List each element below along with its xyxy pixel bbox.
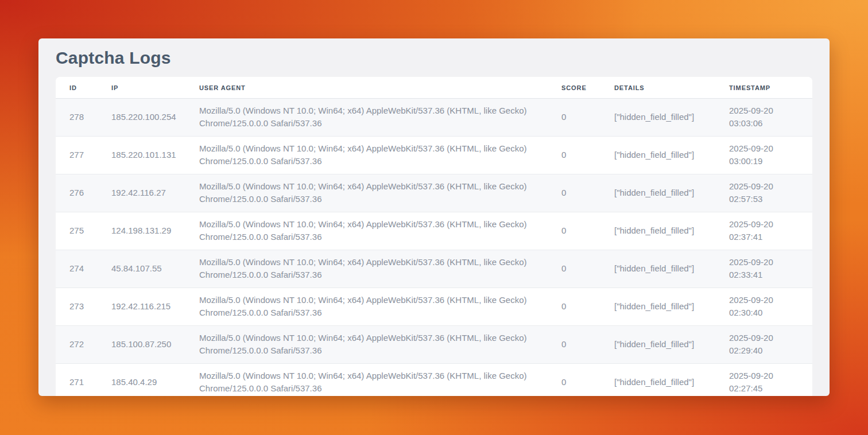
cell-score: 0 — [561, 364, 614, 397]
cell-timestamp: 2025-09-20 02:33:41 — [729, 250, 812, 288]
table-row: 277 185.220.101.131 Mozilla/5.0 (Windows… — [56, 137, 812, 174]
table-row: 276 192.42.116.27 Mozilla/5.0 (Windows N… — [56, 174, 812, 212]
cell-ip: 185.220.101.131 — [111, 137, 199, 174]
captcha-logs-panel: Captcha Logs ID IP USER AGENT SCORE DETA… — [38, 38, 830, 396]
cell-ip: 124.198.131.29 — [111, 212, 199, 250]
cell-id: 276 — [56, 174, 111, 212]
cell-details: ["hidden_field_filled"] — [614, 137, 729, 174]
cell-ip: 185.220.100.254 — [111, 99, 199, 137]
cell-timestamp: 2025-09-20 02:30:40 — [729, 288, 812, 326]
cell-ip: 185.40.4.29 — [111, 364, 199, 397]
cell-id: 273 — [56, 288, 111, 326]
cell-score: 0 — [561, 137, 614, 174]
cell-id: 272 — [56, 326, 111, 364]
cell-details: ["hidden_field_filled"] — [614, 364, 729, 397]
cell-user-agent: Mozilla/5.0 (Windows NT 10.0; Win64; x64… — [199, 212, 561, 250]
cell-user-agent: Mozilla/5.0 (Windows NT 10.0; Win64; x64… — [199, 99, 561, 137]
column-header-score: SCORE — [561, 77, 614, 99]
cell-details: ["hidden_field_filled"] — [614, 326, 729, 364]
cell-ip: 192.42.116.215 — [111, 288, 199, 326]
cell-id: 271 — [56, 364, 111, 397]
cell-score: 0 — [561, 174, 614, 212]
cell-ip: 45.84.107.55 — [111, 250, 199, 288]
table-row: 275 124.198.131.29 Mozilla/5.0 (Windows … — [56, 212, 812, 250]
cell-timestamp: 2025-09-20 02:57:53 — [729, 174, 812, 212]
column-header-timestamp: TIMESTAMP — [729, 77, 812, 99]
cell-timestamp: 2025-09-20 03:03:06 — [729, 99, 812, 137]
cell-score: 0 — [561, 212, 614, 250]
table-body: 278 185.220.100.254 Mozilla/5.0 (Windows… — [56, 99, 812, 397]
column-header-details: DETAILS — [614, 77, 729, 99]
table-row: 273 192.42.116.215 Mozilla/5.0 (Windows … — [56, 288, 812, 326]
cell-details: ["hidden_field_filled"] — [614, 174, 729, 212]
page-background: { "page": { "title": "Captcha Logs" }, "… — [0, 0, 868, 435]
cell-id: 275 — [56, 212, 111, 250]
cell-user-agent: Mozilla/5.0 (Windows NT 10.0; Win64; x64… — [199, 288, 561, 326]
cell-timestamp: 2025-09-20 02:37:41 — [729, 212, 812, 250]
cell-id: 274 — [56, 250, 111, 288]
cell-user-agent: Mozilla/5.0 (Windows NT 10.0; Win64; x64… — [199, 250, 561, 288]
table-row: 278 185.220.100.254 Mozilla/5.0 (Windows… — [56, 99, 812, 137]
cell-score: 0 — [561, 99, 614, 137]
cell-details: ["hidden_field_filled"] — [614, 250, 729, 288]
cell-timestamp: 2025-09-20 02:27:45 — [729, 364, 812, 397]
column-header-user-agent: USER AGENT — [199, 77, 561, 99]
cell-details: ["hidden_field_filled"] — [614, 288, 729, 326]
cell-score: 0 — [561, 288, 614, 326]
cell-user-agent: Mozilla/5.0 (Windows NT 10.0; Win64; x64… — [199, 364, 561, 397]
cell-details: ["hidden_field_filled"] — [614, 212, 729, 250]
captcha-logs-table: ID IP USER AGENT SCORE DETAILS TIMESTAMP… — [56, 77, 812, 396]
cell-timestamp: 2025-09-20 02:29:40 — [729, 326, 812, 364]
column-header-ip: IP — [111, 77, 199, 99]
cell-ip: 185.100.87.250 — [111, 326, 199, 364]
logs-table-container: ID IP USER AGENT SCORE DETAILS TIMESTAMP… — [56, 77, 812, 396]
cell-id: 277 — [56, 137, 111, 174]
cell-score: 0 — [561, 250, 614, 288]
page-title: Captcha Logs — [56, 38, 812, 77]
cell-user-agent: Mozilla/5.0 (Windows NT 10.0; Win64; x64… — [199, 137, 561, 174]
column-header-id: ID — [56, 77, 111, 99]
cell-user-agent: Mozilla/5.0 (Windows NT 10.0; Win64; x64… — [199, 174, 561, 212]
table-row: 271 185.40.4.29 Mozilla/5.0 (Windows NT … — [56, 364, 812, 397]
table-row: 274 45.84.107.55 Mozilla/5.0 (Windows NT… — [56, 250, 812, 288]
cell-user-agent: Mozilla/5.0 (Windows NT 10.0; Win64; x64… — [199, 326, 561, 364]
cell-score: 0 — [561, 326, 614, 364]
cell-details: ["hidden_field_filled"] — [614, 99, 729, 137]
cell-id: 278 — [56, 99, 111, 137]
table-header: ID IP USER AGENT SCORE DETAILS TIMESTAMP — [56, 77, 812, 99]
table-row: 272 185.100.87.250 Mozilla/5.0 (Windows … — [56, 326, 812, 364]
cell-timestamp: 2025-09-20 03:00:19 — [729, 137, 812, 174]
cell-ip: 192.42.116.27 — [111, 174, 199, 212]
